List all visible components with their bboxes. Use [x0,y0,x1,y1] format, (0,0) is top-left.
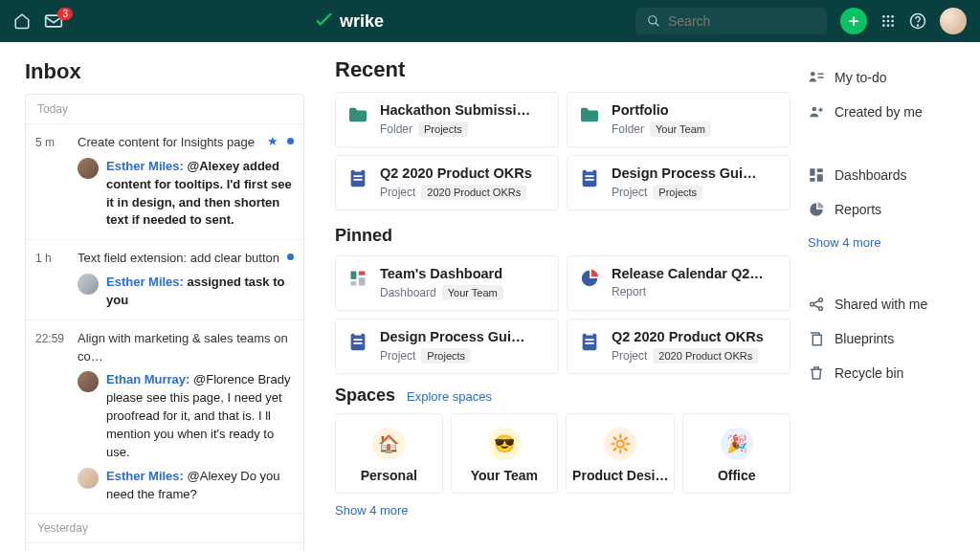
space-card[interactable]: 🔆 Product Desi… [566,413,675,494]
inbox-panel: Inbox Today ★ 5 m Create content for Ins… [0,42,316,551]
card-title: Design Process Guideli… [380,329,533,344]
logo-checkmark-icon [315,11,334,31]
share-icon [808,296,825,313]
nav-show-more[interactable]: Show 4 more [808,235,972,250]
item-card[interactable]: Design Process Guideli… Project Projects [335,319,559,374]
nav-label: Dashboards [835,167,907,183]
card-tag[interactable]: Your Team [442,285,503,300]
search-input[interactable] [668,13,815,29]
inbox-item[interactable]: 22:59 Align with marketing & sales teams… [26,320,303,515]
svg-rect-27 [353,339,362,341]
svg-rect-31 [585,339,593,341]
card-type: Report [612,285,646,298]
card-title: Team's Dashboard [380,266,503,281]
inbox-envelope-icon[interactable]: 3 [44,13,63,29]
space-emoji-icon: 🏠 [372,428,405,460]
card-tag[interactable]: 2020 Product OKRs [653,348,758,364]
project-icon [347,167,368,188]
explore-spaces-link[interactable]: Explore spaces [407,389,492,404]
nav-dashboards[interactable]: Dashboards [808,166,972,184]
pie-chart-icon [808,201,825,218]
inbox-item[interactable]: 1 h Text field extension: add clear butt… [26,240,303,320]
nav-created-by-me[interactable]: Created by me [808,103,972,121]
nav-label: Created by me [835,104,923,120]
inbox-time: 5 m [35,134,68,230]
svg-rect-32 [585,342,593,344]
svg-rect-34 [818,74,824,76]
svg-point-2 [882,15,885,18]
svg-rect-39 [817,174,823,182]
inbox-item-title: Text field extension: add clear button [78,250,292,268]
card-tag[interactable]: 2020 Product OKRs [421,185,526,200]
card-title: Q2 2020 Product OKRs [612,329,764,344]
item-card[interactable]: Q2 2020 Product OKRs Project 2020 Produc… [567,319,791,374]
brand-name: wrike [340,11,384,32]
nav-shared-with-me[interactable]: Shared with me [808,296,972,313]
nav-recycle-bin[interactable]: Recycle bin [808,364,972,382]
message-author: Esther Miles: [106,469,184,483]
svg-rect-24 [351,281,357,285]
svg-rect-21 [351,272,357,279]
top-bar: 3 wrike [0,0,980,42]
spaces-show-more-link[interactable]: Show 4 more [335,503,791,518]
home-icon[interactable] [13,12,31,30]
item-card[interactable]: Design Process Guideli… Project Projects [567,155,791,210]
help-icon[interactable] [909,12,926,30]
card-title: Design Process Guideli… [612,165,765,181]
message-author: Ethan Murray: [106,372,189,386]
inbox-item-title: Align with marketing & sales teams on co… [78,330,292,366]
space-title: Product Desi… [572,468,668,483]
card-type: Folder [612,122,644,136]
message-author: Esther Miles: [106,159,184,173]
report-icon [579,268,600,289]
card-tag[interactable]: Projects [653,185,702,200]
space-emoji-icon: 🎉 [721,428,753,460]
item-card[interactable]: Team's Dashboard Dashboard Your Team [335,255,559,311]
nav-my-todo[interactable]: My to-do [808,69,972,86]
svg-rect-20 [585,179,593,181]
brand-logo[interactable]: wrike [77,11,622,32]
user-avatar[interactable] [940,8,967,34]
space-title: Your Team [457,468,552,483]
svg-rect-18 [586,168,592,172]
svg-point-5 [882,20,885,23]
svg-rect-28 [353,342,362,344]
folder-icon [579,104,600,125]
svg-rect-29 [583,334,597,350]
item-card[interactable]: Release Calendar Q2 20… Report [567,255,791,311]
dashboard-icon [808,166,825,184]
svg-rect-44 [813,335,821,345]
svg-rect-40 [810,178,814,182]
nav-reports[interactable]: Reports [808,201,972,218]
svg-rect-38 [817,168,823,172]
svg-rect-30 [586,332,592,336]
item-card[interactable]: Q2 2020 Product OKRs Project 2020 Produc… [335,155,559,210]
svg-rect-26 [354,332,361,336]
inbox-heading: Inbox [25,59,304,84]
svg-point-36 [813,107,817,112]
item-card[interactable]: Portfolio Folder Your Team [567,92,791,147]
inbox-item[interactable]: ★ 5 m Create content for Insights page E… [26,124,303,240]
nav-label: Recycle bin [835,365,903,381]
unread-dot-icon [287,253,294,260]
dashboard-icon [347,268,368,289]
svg-rect-14 [354,168,361,172]
card-tag[interactable]: Projects [418,121,468,137]
star-icon[interactable]: ★ [267,134,278,148]
svg-point-1 [649,16,657,24]
nav-blueprints[interactable]: Blueprints [808,330,972,347]
global-search[interactable] [635,8,827,34]
item-card[interactable]: Hackathon Submissions Folder Projects [335,92,559,147]
inbox-item[interactable]: 22:59 Create content for Insights page m… [26,543,303,551]
card-tag[interactable]: Your Team [650,121,711,137]
nav-label: My to-do [835,70,886,85]
avatar-icon [78,468,99,489]
space-card[interactable]: 🏠 Personal [335,413,443,494]
space-card[interactable]: 🎉 Office [682,413,791,494]
space-card[interactable]: 😎 Your Team [451,413,559,494]
create-button[interactable] [840,8,867,34]
card-type: Project [380,349,415,363]
inbox-time: 1 h [35,250,68,310]
card-tag[interactable]: Projects [421,348,471,364]
apps-grid-icon[interactable] [880,13,896,29]
